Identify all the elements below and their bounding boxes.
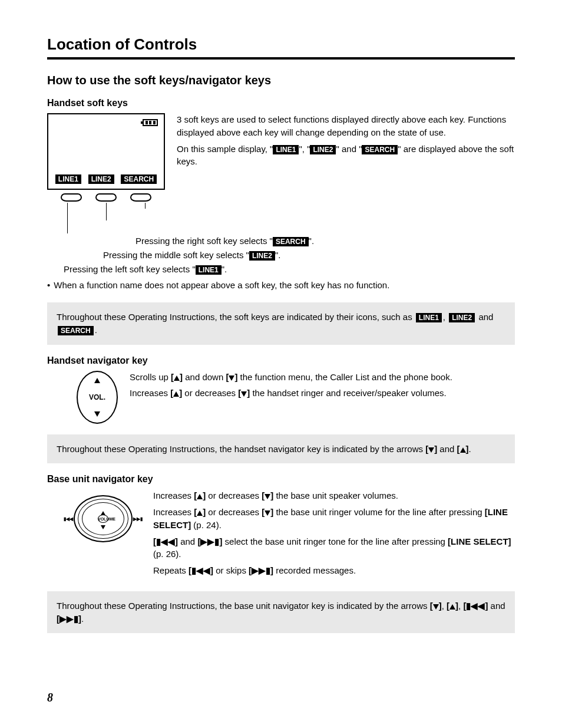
vol-label: VOL. — [89, 393, 105, 401]
softkey-middle-desc: Pressing the middle soft key selects "LI… — [103, 249, 515, 262]
handsetnav-p2: Increases [] or decreases [] the handset… — [130, 387, 515, 400]
basenav-p4: Repeats [▮◀◀] or skips [▶▶▮] recorded me… — [153, 564, 515, 577]
handsetnav-note: Throughout these Operating Instructions,… — [47, 434, 515, 464]
up-arrow-icon — [94, 378, 100, 383]
down-arrow-icon — [94, 411, 100, 417]
soft-key-left — [61, 193, 82, 202]
softkey-label-line1: LINE1 — [55, 174, 81, 184]
page-number: 8 — [47, 691, 53, 704]
base-navigator-diagram: ▮◀◀ VOLUME ▶▶▮ — [65, 489, 141, 548]
section-title: How to use the soft keys/navigator keys — [47, 74, 515, 87]
softkey-right-desc: Pressing the right soft key selects "SEA… — [135, 235, 515, 248]
subsection-base-nav: Base unit navigator key — [47, 474, 515, 485]
basenav-p3: [▮◀◀] and [▶▶▮] select the base unit rin… — [153, 535, 515, 561]
handset-display-diagram: LINE1 LINE2 SEARCH — [47, 113, 165, 233]
basenav-note: Throughout these Operating Instructions,… — [47, 591, 515, 634]
skip-prev-icon: ▮◀◀ — [64, 516, 73, 522]
subsection-soft-keys: Handset soft keys — [47, 98, 515, 108]
basenav-p1: Increases [] or decreases [] the base un… — [153, 489, 515, 502]
softkeys-p1: 3 soft keys are used to select functions… — [177, 113, 515, 139]
page-title: Location of Controls — [47, 35, 515, 60]
basenav-p2: Increases [] or decreases [] the base un… — [153, 506, 515, 532]
battery-icon — [143, 119, 158, 126]
softkey-note: Throughout these Operating Instructions,… — [47, 302, 515, 345]
soft-key-right — [130, 193, 151, 202]
softkey-left-desc: Pressing the left soft key selects "LINE… — [64, 263, 515, 276]
softkey-label-search: SEARCH — [121, 174, 157, 184]
softkey-bullet: • When a function name does not appear a… — [47, 279, 515, 292]
soft-key-middle — [95, 193, 117, 202]
softkeys-p2: On this sample display, "LINE1", "LINE2"… — [177, 143, 515, 169]
skip-next-icon: ▶▶▮ — [133, 516, 143, 522]
handsetnav-p1: Scrolls up [] and down [] the function m… — [130, 371, 515, 384]
subsection-handset-nav: Handset navigator key — [47, 355, 515, 366]
handset-navigator-diagram: VOL. — [77, 371, 118, 424]
softkey-label-line2: LINE2 — [88, 174, 114, 184]
